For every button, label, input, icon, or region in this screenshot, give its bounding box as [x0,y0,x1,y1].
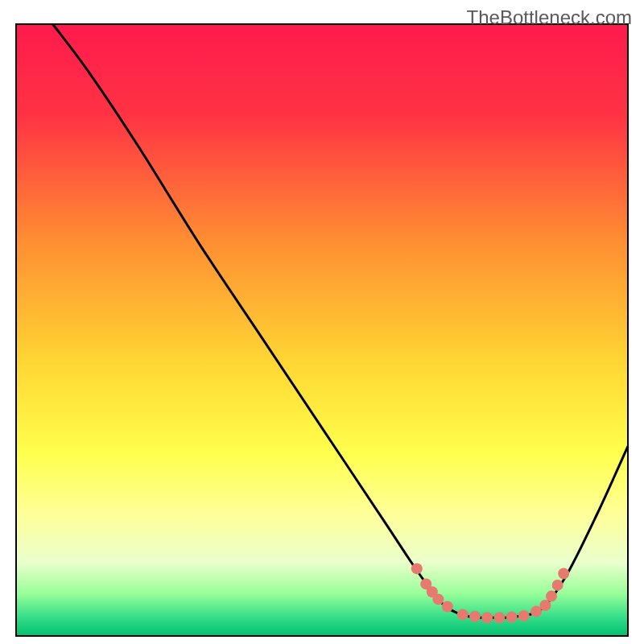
data-dot [539,600,551,611]
gradient-background [16,24,628,636]
data-dot [552,580,564,591]
chart-svg [0,0,644,644]
data-dot [457,609,469,620]
data-dot [530,606,542,617]
data-dot [506,611,518,622]
bottleneck-chart [0,0,644,644]
data-dot [558,568,569,579]
data-dot [442,601,453,613]
data-dot [493,612,505,623]
data-dot [411,563,423,574]
data-dot [469,611,481,622]
data-dot [432,593,444,605]
data-dot [546,591,557,602]
data-dot [481,612,493,623]
watermark-text: TheBottleneck.com [467,6,632,29]
data-dot [518,610,530,621]
